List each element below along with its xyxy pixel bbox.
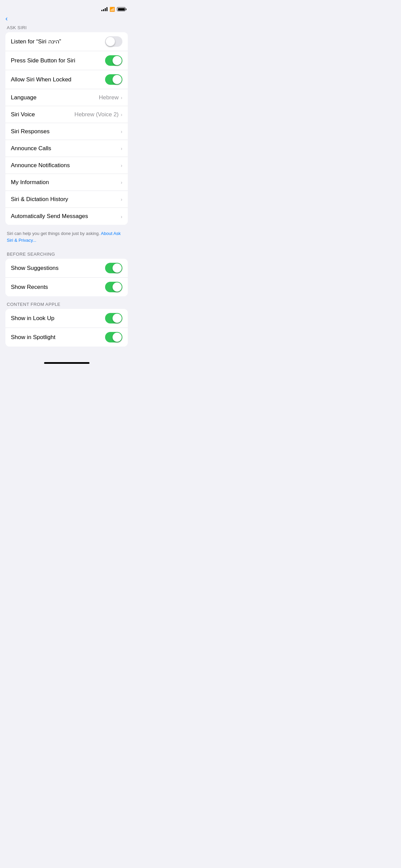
settings-row-show-recents[interactable]: Show Recents: [5, 278, 128, 296]
row-value-siri-voice: Hebrew (Voice 2): [75, 111, 119, 118]
toggle-knob-show-in-spotlight: [113, 333, 122, 342]
row-label-show-suggestions: Show Suggestions: [11, 265, 105, 272]
row-label-language: Language: [11, 94, 99, 101]
settings-row-siri-responses[interactable]: Siri Responses›: [5, 123, 128, 140]
row-right-allow-locked: [105, 74, 122, 85]
row-label-announce-calls: Announce Calls: [11, 145, 121, 152]
settings-row-siri-voice[interactable]: Siri VoiceHebrew (Voice 2)›: [5, 106, 128, 123]
chevron-icon-language: ›: [121, 95, 122, 100]
toggle-knob-allow-locked: [113, 75, 122, 84]
section-header-before-searching: BEFORE SEARCHING: [0, 249, 133, 259]
row-label-press-side-button: Press Side Button for Siri: [11, 57, 105, 64]
row-right-show-in-spotlight: [105, 332, 122, 342]
status-icons: 📶: [101, 7, 126, 12]
row-right-siri-dictation-history: ›: [121, 196, 122, 202]
toggle-show-recents[interactable]: [105, 282, 122, 292]
wifi-icon: 📶: [109, 7, 115, 12]
back-chevron-icon: ‹: [5, 15, 8, 22]
row-right-show-in-look-up: [105, 313, 122, 323]
settings-group-before-searching: Show SuggestionsShow Recents: [5, 259, 128, 296]
section-header-ask-siri: ASK SIRI: [0, 22, 133, 32]
settings-row-siri-dictation-history[interactable]: Siri & Dictation History›: [5, 191, 128, 208]
chevron-icon-announce-calls: ›: [121, 145, 122, 151]
row-right-announce-notifications: ›: [121, 162, 122, 168]
settings-content: ASK SIRIListen for “Siri הינה”Press Side…: [0, 22, 133, 359]
row-label-show-in-spotlight: Show in Spotlight: [11, 334, 105, 341]
row-right-press-side-button: [105, 55, 122, 66]
settings-row-show-in-look-up[interactable]: Show in Look Up: [5, 309, 128, 328]
row-right-my-information: ›: [121, 179, 122, 185]
row-label-siri-voice: Siri Voice: [11, 111, 75, 118]
toggle-show-in-spotlight[interactable]: [105, 332, 122, 342]
battery-icon: [117, 7, 126, 11]
toggle-press-side-button[interactable]: [105, 55, 122, 66]
settings-row-language[interactable]: LanguageHebrew›: [5, 89, 128, 106]
chevron-icon-siri-dictation-history: ›: [121, 196, 122, 202]
toggle-knob-press-side-button: [113, 56, 122, 65]
row-label-auto-send-messages: Automatically Send Messages: [11, 213, 121, 220]
toggle-knob-show-in-look-up: [113, 314, 122, 323]
row-label-allow-locked: Allow Siri When Locked: [11, 76, 105, 83]
toggle-allow-locked[interactable]: [105, 74, 122, 85]
settings-row-press-side-button[interactable]: Press Side Button for Siri: [5, 51, 128, 70]
status-bar: 📶: [0, 0, 133, 16]
row-right-listen-siri: [105, 36, 122, 47]
row-right-auto-send-messages: ›: [121, 214, 122, 219]
settings-row-auto-send-messages[interactable]: Automatically Send Messages›: [5, 208, 128, 225]
chevron-icon-auto-send-messages: ›: [121, 214, 122, 219]
row-label-show-recents: Show Recents: [11, 284, 105, 291]
row-right-siri-responses: ›: [121, 129, 122, 134]
settings-row-announce-calls[interactable]: Announce Calls›: [5, 140, 128, 157]
row-label-announce-notifications: Announce Notifications: [11, 162, 121, 169]
home-bar: [44, 362, 89, 364]
ask-siri-privacy-link[interactable]: About Ask Siri & Privacy...: [7, 231, 121, 243]
toggle-listen-siri[interactable]: [105, 36, 122, 47]
section-header-content-from-apple: CONTENT FROM APPLE: [0, 299, 133, 309]
toggle-knob-show-recents: [113, 282, 122, 292]
row-label-siri-responses: Siri Responses: [11, 128, 121, 135]
settings-group-content-from-apple: Show in Look UpShow in Spotlight: [5, 309, 128, 347]
row-right-siri-voice: Hebrew (Voice 2)›: [75, 111, 122, 118]
toggle-knob-listen-siri: [106, 37, 115, 46]
toggle-show-suggestions[interactable]: [105, 263, 122, 273]
nav-bar: ‹: [0, 16, 133, 22]
settings-row-show-suggestions[interactable]: Show Suggestions: [5, 259, 128, 278]
home-indicator: [0, 359, 133, 365]
row-right-language: Hebrew›: [99, 94, 122, 101]
toggle-show-in-look-up[interactable]: [105, 313, 122, 323]
row-label-siri-dictation-history: Siri & Dictation History: [11, 196, 121, 203]
chevron-icon-siri-voice: ›: [121, 112, 122, 117]
chevron-icon-siri-responses: ›: [121, 129, 122, 134]
row-label-listen-siri: Listen for “Siri הינה”: [11, 38, 105, 45]
chevron-icon-my-information: ›: [121, 179, 122, 185]
section-footer-ask-siri: Siri can help you get things done just b…: [0, 228, 133, 249]
back-button[interactable]: ‹: [5, 15, 9, 22]
settings-row-listen-siri[interactable]: Listen for “Siri הינה”: [5, 32, 128, 51]
row-label-show-in-look-up: Show in Look Up: [11, 315, 105, 322]
settings-row-allow-locked[interactable]: Allow Siri When Locked: [5, 70, 128, 89]
toggle-knob-show-suggestions: [113, 263, 122, 273]
row-right-show-suggestions: [105, 263, 122, 273]
settings-group-ask-siri: Listen for “Siri הינה”Press Side Button …: [5, 32, 128, 225]
settings-row-announce-notifications[interactable]: Announce Notifications›: [5, 157, 128, 174]
row-label-my-information: My Information: [11, 179, 121, 186]
row-right-announce-calls: ›: [121, 145, 122, 151]
chevron-icon-announce-notifications: ›: [121, 162, 122, 168]
settings-row-my-information[interactable]: My Information›: [5, 174, 128, 191]
row-right-show-recents: [105, 282, 122, 292]
settings-row-show-in-spotlight[interactable]: Show in Spotlight: [5, 328, 128, 347]
row-value-language: Hebrew: [99, 94, 119, 101]
signal-icon: [101, 7, 107, 11]
